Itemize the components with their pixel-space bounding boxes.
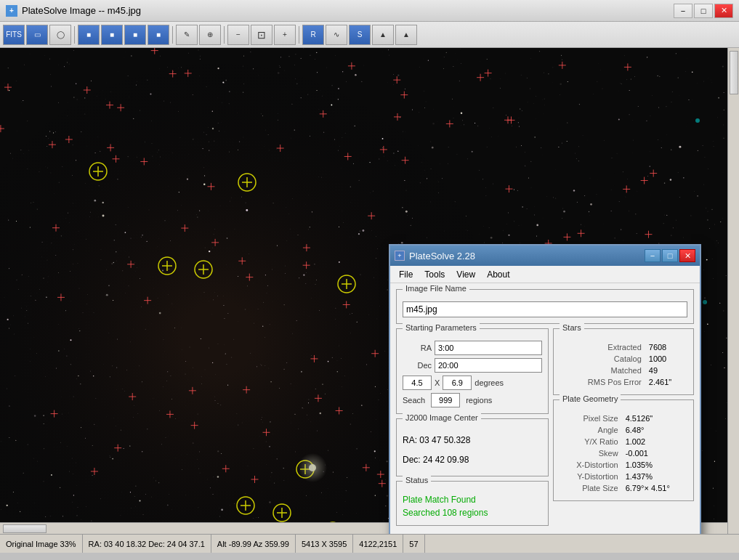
search-label: Seach [403, 396, 425, 405]
dec-label: Dec [403, 361, 432, 370]
j2000-legend: J2000 Image Center [403, 413, 481, 422]
status-value: 57 [403, 535, 424, 553]
regions-label: regions [466, 396, 492, 405]
main-window-controls: − □ ✕ [674, 4, 733, 18]
main-maximize-btn[interactable]: □ [694, 4, 713, 18]
toolbar-blue3-btn[interactable]: ■ [124, 25, 146, 45]
skew-label: Skew [561, 448, 621, 458]
geom-table: Pixel Size 4.5126" Angle 6.48° Y/X Ratio… [560, 412, 687, 495]
matched-row: Matched 49 [561, 365, 686, 376]
skew-value: -0.001 [623, 448, 686, 458]
starting-params-col: Starting Parameters RA Dec X [396, 328, 549, 530]
two-col-section: Starting Parameters RA Dec X [396, 328, 694, 530]
pixel-size-row: Pixel Size 4.5126" [561, 413, 686, 423]
dialog-maximize-btn[interactable]: □ [662, 249, 678, 262]
extracted-value: 7608 [646, 342, 686, 352]
status-line2: Searched 108 regions [403, 506, 542, 519]
starting-params-legend: Starting Parameters [403, 323, 480, 332]
image-file-name-legend: Image File Name [403, 284, 469, 293]
toolbar-hist1-btn[interactable]: ▲ [372, 25, 394, 45]
y-distortion-row: Y-Distortion 1.437% [561, 471, 686, 482]
matched-label: Matched [561, 365, 645, 376]
toolbar-rect-btn[interactable]: ▭ [26, 25, 48, 45]
j2000-ra: RA: 03 47 50.328 [403, 431, 542, 450]
toolbar-cross-btn[interactable]: ⊕ [199, 25, 221, 45]
toolbar-s-btn[interactable]: S [349, 25, 371, 45]
y-distortion-value: 1.437% [623, 471, 686, 482]
main-app-icon: + [6, 5, 17, 17]
plate-geometry-legend: Plate Geometry [560, 394, 621, 403]
height-input[interactable] [443, 376, 472, 390]
skew-row: Skew -0.001 [561, 448, 686, 458]
stars-group: Stars Extracted 7608 Catalog 1000 [553, 328, 694, 395]
ra-label: RA [403, 344, 432, 352]
dec-row: Dec [403, 358, 542, 373]
toolbar-blue1-btn[interactable]: ■ [78, 25, 100, 45]
toolbar-plus-btn[interactable]: + [274, 25, 296, 45]
matched-value: 49 [646, 365, 686, 376]
dialog-content: Image File Name Starting Parameters RA D… [390, 283, 700, 536]
angle-row: Angle 6.48° [561, 425, 686, 435]
dialog-title-bar: + PlateSolve 2.28 − □ ✕ [390, 245, 700, 266]
catalog-row: Catalog 1000 [561, 354, 686, 364]
status-image-size: 5413 X 3595 [296, 535, 353, 553]
main-title: PlateSolve Image -- m45.jpg [22, 5, 141, 16]
toolbar-minus-btn[interactable]: − [227, 25, 249, 45]
toolbar-circle-btn[interactable]: ◯ [49, 25, 71, 45]
plate-size-row: Plate Size 6.79°× 4.51° [561, 483, 686, 493]
main-image-area[interactable]: + PlateSolve 2.28 − □ ✕ File Tools View … [0, 48, 739, 553]
dec-input[interactable] [435, 358, 542, 373]
toolbar-blue4-btn[interactable]: ■ [148, 25, 169, 45]
width-input[interactable] [403, 376, 432, 390]
plate-geometry-group: Plate Geometry Pixel Size 4.5126" Angle … [553, 399, 694, 501]
status-legend: Status [403, 476, 431, 484]
extracted-row: Extracted 7608 [561, 342, 686, 352]
ra-input[interactable] [435, 341, 542, 355]
toolbar-wave-btn[interactable]: ∿ [326, 25, 347, 45]
dialog-icon: + [395, 251, 405, 261]
x-distortion-row: X-Distortion 1.035% [561, 460, 686, 470]
stars-col: Stars Extracted 7608 Catalog 1000 [553, 328, 694, 530]
status-alt-az: Alt -89.99 Az 359.99 [211, 535, 296, 553]
j2000-dec: Dec: 24 42 09.98 [403, 450, 542, 470]
main-close-btn[interactable]: ✕ [714, 4, 733, 18]
menu-view[interactable]: View [451, 268, 481, 281]
status-group: Status Plate Match Found Searched 108 re… [396, 481, 549, 526]
rms-value: 2.461" [646, 377, 686, 387]
size-row: X degrees [403, 376, 542, 390]
menu-tools[interactable]: Tools [419, 268, 451, 281]
degrees-label: degrees [475, 378, 504, 387]
rms-label: RMS Pos Error [561, 377, 645, 387]
dialog-title: PlateSolve 2.28 [409, 251, 475, 261]
menu-file[interactable]: File [393, 268, 419, 281]
toolbar-r-btn[interactable]: R [302, 25, 324, 45]
angle-value: 6.48° [623, 425, 686, 435]
dialog-minimize-btn[interactable]: − [645, 249, 661, 262]
starting-params-group: Starting Parameters RA Dec X [396, 328, 549, 414]
horizontal-scroll-thumb[interactable] [3, 524, 47, 533]
image-file-name-input[interactable] [403, 301, 687, 317]
vertical-scrollbar[interactable] [727, 48, 739, 534]
size-x-label: X [435, 378, 440, 387]
toolbar-hist2-btn[interactable]: ▲ [395, 25, 417, 45]
toolbar-zoom-btn[interactable]: ⊡ [251, 25, 272, 45]
toolbar-draw-btn[interactable]: ✎ [176, 25, 198, 45]
toolbar-fits-btn[interactable]: FITS [3, 25, 25, 45]
dialog-close-btn[interactable]: ✕ [679, 249, 695, 262]
y-distortion-label: Y-Distortion [561, 471, 621, 482]
status-pixel-coords: 4122,2151 [353, 535, 403, 553]
j2000-group: J2000 Image Center RA: 03 47 50.328 Dec:… [396, 418, 549, 476]
menu-about[interactable]: About [481, 268, 515, 281]
toolbar-sep3 [224, 26, 225, 44]
platesolve-dialog: + PlateSolve 2.28 − □ ✕ File Tools View … [389, 244, 701, 553]
angle-label: Angle [561, 425, 621, 435]
status-line1: Plate Match Found [403, 493, 542, 506]
search-input[interactable] [431, 393, 460, 407]
toolbar-blue2-btn[interactable]: ■ [101, 25, 123, 45]
toolbar-sep4 [299, 26, 299, 44]
pixel-size-value: 4.5126" [623, 413, 686, 423]
plate-size-label: Plate Size [561, 483, 621, 493]
main-minimize-btn[interactable]: − [674, 4, 692, 18]
vertical-scroll-thumb[interactable] [730, 51, 738, 94]
catalog-label: Catalog [561, 354, 645, 364]
